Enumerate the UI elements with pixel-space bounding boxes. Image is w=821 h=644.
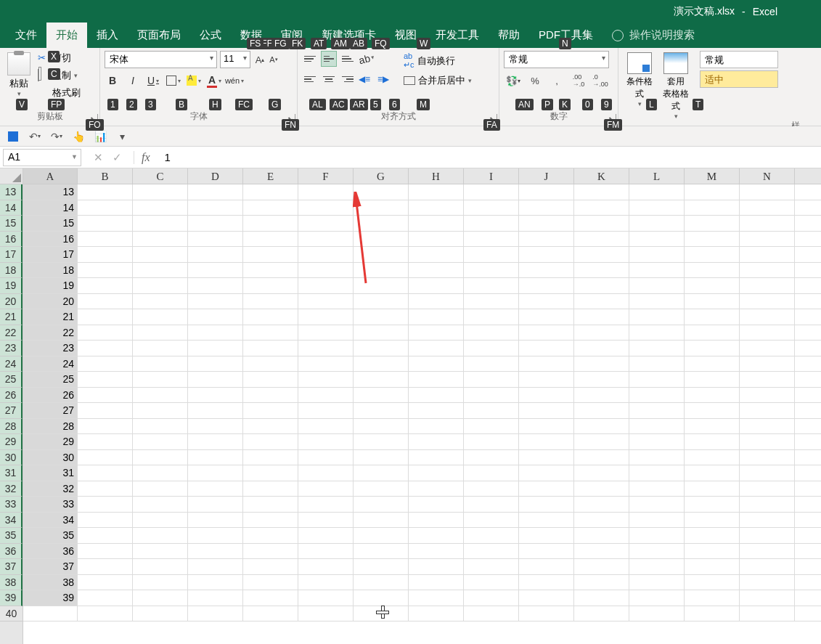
orientation-button[interactable]: ab▾	[357, 49, 377, 69]
cell-H36[interactable]	[409, 544, 464, 559]
cell-H34[interactable]	[409, 513, 464, 528]
bold-button[interactable]: B	[105, 73, 121, 89]
cell-A39[interactable]: 39	[23, 590, 78, 606]
cell-D20[interactable]	[188, 294, 243, 309]
cell-D18[interactable]	[188, 263, 243, 278]
cell-G32[interactable]	[354, 481, 409, 497]
cell-H28[interactable]	[409, 419, 464, 434]
undo-button[interactable]: ↶▾	[28, 129, 42, 144]
cell-K40[interactable]	[574, 606, 629, 621]
cancel-formula-button[interactable]: ✕	[91, 151, 105, 164]
column-header-H[interactable]: H	[409, 168, 464, 184]
cell-M15[interactable]	[685, 216, 740, 231]
cell-N26[interactable]	[740, 388, 795, 403]
cell-I23[interactable]	[464, 341, 519, 356]
cell-D35[interactable]	[188, 528, 243, 543]
cell-F17[interactable]	[298, 247, 354, 262]
cell-D26[interactable]	[188, 388, 243, 403]
cell-G21[interactable]	[354, 309, 409, 325]
font-size-select[interactable]: 11	[220, 51, 250, 68]
column-header-C[interactable]: C	[133, 168, 188, 184]
cell-D37[interactable]	[188, 559, 243, 574]
cell-N36[interactable]	[740, 544, 795, 559]
cell-I25[interactable]	[464, 372, 519, 387]
cell-E14[interactable]	[243, 200, 298, 216]
cell-F16[interactable]	[298, 232, 354, 247]
cell-C39[interactable]	[133, 590, 188, 606]
cell-I38[interactable]	[464, 575, 519, 590]
cell-I37[interactable]	[464, 559, 519, 574]
cell-H13[interactable]	[409, 184, 464, 200]
cell-B31[interactable]	[78, 465, 133, 481]
cell-J23[interactable]	[519, 341, 574, 356]
cell-B17[interactable]	[78, 247, 133, 262]
formula-input[interactable]: 1	[158, 150, 821, 165]
cell-G39[interactable]	[354, 590, 409, 606]
cell-L34[interactable]	[629, 513, 685, 528]
cell-F30[interactable]	[298, 450, 354, 465]
cell-D38[interactable]	[188, 575, 243, 590]
cell-F37[interactable]	[298, 559, 354, 574]
row-header-23[interactable]: 23	[0, 341, 23, 356]
cell-E15[interactable]	[243, 216, 298, 231]
cell-E21[interactable]	[243, 309, 298, 325]
cell-C35[interactable]	[133, 528, 188, 543]
cell-C21[interactable]	[133, 309, 188, 325]
cell-I31[interactable]	[464, 465, 519, 481]
cell-B34[interactable]	[78, 513, 133, 528]
column-header-D[interactable]: D	[188, 168, 243, 184]
fx-icon[interactable]: fx	[134, 151, 158, 164]
align-top-button[interactable]	[302, 51, 318, 67]
cell-J20[interactable]	[519, 294, 574, 309]
cell-I24[interactable]	[464, 356, 519, 372]
column-header-F[interactable]: F	[298, 168, 354, 184]
column-header-K[interactable]: K	[574, 168, 629, 184]
cell-G28[interactable]	[354, 419, 409, 434]
cell-G23[interactable]	[354, 341, 409, 356]
tab-formulas[interactable]: 公式	[190, 23, 231, 48]
cell-J16[interactable]	[519, 232, 574, 247]
cell-M16[interactable]	[685, 232, 740, 247]
cell-C37[interactable]	[133, 559, 188, 574]
cell-M24[interactable]	[685, 356, 740, 372]
cell-C38[interactable]	[133, 575, 188, 590]
row-header-28[interactable]: 28	[0, 419, 23, 435]
cell-C29[interactable]	[133, 434, 188, 449]
cell-D39[interactable]	[188, 590, 243, 606]
cell-D36[interactable]	[188, 544, 243, 559]
cell-G18[interactable]	[354, 263, 409, 278]
cell-F25[interactable]	[298, 372, 354, 387]
cell-N30[interactable]	[740, 450, 795, 465]
cell-L26[interactable]	[629, 388, 685, 403]
cell-E28[interactable]	[243, 419, 298, 434]
cell-C27[interactable]	[133, 403, 188, 418]
cell-L38[interactable]	[629, 575, 685, 590]
cell-A36[interactable]: 36	[23, 544, 78, 559]
cell-M35[interactable]	[685, 528, 740, 543]
cell-A35[interactable]: 35	[23, 528, 78, 543]
cell-D40[interactable]	[188, 606, 243, 621]
cell-C25[interactable]	[133, 372, 188, 387]
cell-I35[interactable]	[464, 528, 519, 543]
cell-J37[interactable]	[519, 559, 574, 574]
shrink-font-button[interactable]: A▾	[267, 51, 280, 68]
cell-A16[interactable]: 16	[23, 232, 78, 247]
cell-K17[interactable]	[574, 247, 629, 262]
cell-I40[interactable]	[464, 606, 519, 621]
cell-J34[interactable]	[519, 513, 574, 528]
cell-A19[interactable]: 19	[23, 278, 78, 293]
cell-L33[interactable]	[629, 497, 685, 512]
cell-F29[interactable]	[298, 434, 354, 449]
cell-K36[interactable]	[574, 544, 629, 559]
cell-B24[interactable]	[78, 356, 133, 372]
qat-customize-button[interactable]: ▾	[115, 129, 129, 144]
align-bottom-button[interactable]	[340, 51, 356, 67]
cell-J27[interactable]	[519, 403, 574, 418]
cell-I39[interactable]	[464, 590, 519, 606]
cell-K30[interactable]	[574, 450, 629, 465]
cell-H30[interactable]	[409, 450, 464, 465]
cell-K26[interactable]	[574, 388, 629, 403]
phonetic-button[interactable]: wén▾	[226, 73, 242, 89]
cell-C40[interactable]	[133, 606, 188, 621]
cell-B25[interactable]	[78, 372, 133, 387]
